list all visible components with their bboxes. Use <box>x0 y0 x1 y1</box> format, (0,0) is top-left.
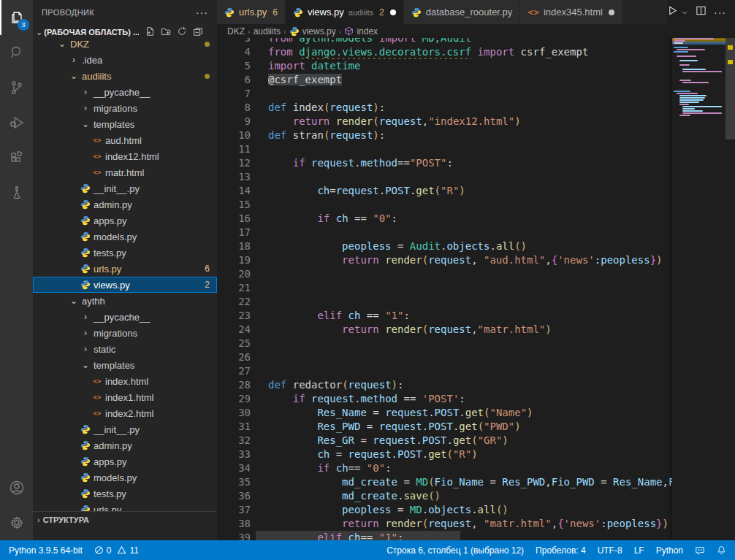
vertical-scrollbar[interactable] <box>726 24 735 540</box>
activity-testing-button[interactable] <box>0 175 33 210</box>
dirty-dot-icon[interactable] <box>390 9 396 15</box>
tree-folder-migrations[interactable]: ›migrations <box>33 100 217 116</box>
encoding-item[interactable]: UTF-8 <box>592 545 628 556</box>
code-line-22[interactable]: 22 <box>217 295 672 309</box>
collapse-all-icon[interactable] <box>193 26 203 38</box>
tab-views.py[interactable]: views.pyaudiiits2 <box>286 0 404 24</box>
feedback-item[interactable] <box>689 545 711 556</box>
run-python-file-button[interactable] <box>667 5 678 19</box>
tree-file-tests.py[interactable]: tests.py <box>33 486 217 502</box>
new-file-icon[interactable] <box>145 26 155 38</box>
code-line-25[interactable]: 25 <box>217 337 672 350</box>
refresh-icon[interactable] <box>177 26 187 38</box>
run-dropdown-icon[interactable] <box>681 6 688 19</box>
code-line-14[interactable]: 14ch=request.POST.get("R") <box>217 184 672 198</box>
new-folder-icon[interactable] <box>161 26 171 38</box>
activity-search-button[interactable] <box>0 35 33 70</box>
problems-item[interactable]: 0 11 <box>88 540 145 560</box>
more-actions-icon[interactable]: ··· <box>714 7 726 18</box>
tree-folder-.idea[interactable]: ›.idea <box>33 52 217 68</box>
tree-folder-static[interactable]: ›static <box>33 341 217 357</box>
code-line-10[interactable]: 10def stran(request): <box>217 129 672 142</box>
activity-extensions-button[interactable] <box>0 140 33 175</box>
minimap[interactable] <box>672 33 726 540</box>
tree-file-urls.py[interactable]: urls.py6 <box>33 261 217 277</box>
code-line-36[interactable]: 36md_create.save() <box>217 489 672 503</box>
code-line-27[interactable]: 27 <box>217 364 672 378</box>
code-line-37[interactable]: 37peopless = MD.objects.all() <box>217 503 672 517</box>
code-line-21[interactable]: 21 <box>217 281 672 295</box>
explorer-more-icon[interactable]: ··· <box>196 7 208 18</box>
code-line-11[interactable]: 11 <box>217 142 672 156</box>
code-line-19[interactable]: 19return render(request, "aud.html",{'ne… <box>217 253 672 267</box>
code-line-18[interactable]: 18peopless = Audit.objects.all() <box>217 239 672 253</box>
code-line-4[interactable]: 4from django.views.decorators.csrf impor… <box>217 45 672 59</box>
code-line-8[interactable]: 8def index(request): <box>217 101 672 115</box>
tree-file-models.py[interactable]: models.py <box>33 229 217 245</box>
tree-file-index.html[interactable]: <>index.html <box>33 373 217 389</box>
code-line-15[interactable]: 15 <box>217 198 672 212</box>
breadcrumb-item[interactable]: views.py <box>302 26 336 37</box>
tree-file-index12.html[interactable]: <>index12.html <box>33 148 217 164</box>
tree-folder-aythh[interactable]: ⌄aythh <box>33 293 217 309</box>
tree-file-views.py[interactable]: views.py2 <box>33 277 217 293</box>
tree-file-index1.html[interactable]: <>index1.html <box>33 389 217 405</box>
breadcrumb-item[interactable]: audiiits <box>254 26 281 37</box>
outline-section-header[interactable]: › СТРУКТУРА <box>33 511 217 527</box>
code-line-29[interactable]: 29if request.method == 'POST': <box>217 392 672 406</box>
tree-file-index2.html[interactable]: <>index2.html <box>33 405 217 421</box>
code-line-39[interactable]: 39elif ch== "1": <box>217 531 672 540</box>
tree-folder-audiiits[interactable]: ⌄audiiits <box>33 68 217 84</box>
activity-account-button[interactable] <box>0 470 33 505</box>
code-line-33[interactable]: 33ch = request.POST.get("R") <box>217 448 672 461</box>
code-line-26[interactable]: 26 <box>217 350 672 364</box>
code-line-12[interactable]: 12if request.method=="POST": <box>217 156 672 170</box>
tree-file-admin.py[interactable]: admin.py <box>33 437 217 453</box>
code-line-3[interactable]: 3from aythh.models import MD,Audit <box>217 38 672 45</box>
code-line-7[interactable]: 7 <box>217 87 672 101</box>
code-line-34[interactable]: 34if ch== "0": <box>217 461 672 475</box>
code-editor[interactable]: 3from aythh.models import MD,Audit4from … <box>217 38 735 540</box>
tab-index345.html[interactable]: <>index345.html <box>520 0 622 24</box>
tree-file-aud.html[interactable]: <>aud.html <box>33 132 217 148</box>
tree-file-__init__.py[interactable]: __init__.py <box>33 421 217 437</box>
tree-file-matr.html[interactable]: <>matr.html <box>33 164 217 180</box>
tree-file-apps.py[interactable]: apps.py <box>33 212 217 229</box>
breadcrumb-item[interactable]: index <box>357 26 378 37</box>
tree-file-admin.py[interactable]: admin.py <box>33 196 217 212</box>
code-line-35[interactable]: 35md_create = MD(Fio_Name = Res_PWD,Fio_… <box>217 475 672 489</box>
code-line-13[interactable]: 13 <box>217 170 672 184</box>
activity-explorer-button[interactable]: 3 <box>0 0 33 35</box>
tree-file-models.py[interactable]: models.py <box>33 469 217 486</box>
breadcrumb[interactable]: DKZ›audiiits›views.py›index <box>217 24 735 38</box>
code-line-32[interactable]: 32Res_GR = request.POST.get("GR") <box>217 434 672 448</box>
dirty-dot-icon[interactable] <box>609 9 614 15</box>
python-interpreter-item[interactable]: Python 3.9.5 64-bit <box>3 540 88 560</box>
language-mode-item[interactable]: Python <box>650 545 689 556</box>
tree-folder-templates[interactable]: ⌄templates <box>33 116 217 132</box>
indentation-item[interactable]: Пробелов: 4 <box>530 545 592 556</box>
code-line-16[interactable]: 16if ch == "0": <box>217 212 672 226</box>
activity-source-control-button[interactable] <box>0 70 33 105</box>
split-editor-button[interactable] <box>696 5 707 19</box>
tree-file-tests.py[interactable]: tests.py <box>33 245 217 261</box>
tree-file-apps.py[interactable]: apps.py <box>33 453 217 469</box>
tab-database_roouter.py[interactable]: database_roouter.py <box>404 0 521 24</box>
tab-urls.py[interactable]: urls.py6 <box>217 0 286 24</box>
breadcrumb-item[interactable]: DKZ <box>227 26 245 37</box>
code-line-28[interactable]: 28def redactor(request): <box>217 378 672 392</box>
code-line-9[interactable]: 9return render(request,"index12.html") <box>217 115 672 129</box>
activity-run-debug-button[interactable] <box>0 105 33 140</box>
tree-folder-__pycache__[interactable]: ›__pycache__ <box>33 309 217 325</box>
code-line-30[interactable]: 30Res_Name = request.POST.get("Name") <box>217 406 672 420</box>
tree-folder-__pycache__[interactable]: ›__pycache__ <box>33 84 217 100</box>
tree-folder-DKZ[interactable]: ⌄DKZ <box>33 40 217 52</box>
code-line-31[interactable]: 31Res_PWD = request.POST.get("PWD") <box>217 420 672 434</box>
code-line-5[interactable]: 5import datetime <box>217 59 672 73</box>
activity-settings-button[interactable] <box>0 505 33 540</box>
workspace-section-header[interactable]: ⌄ (РАБОЧАЯ ОБЛАСТЬ) ... <box>33 24 217 40</box>
code-line-6[interactable]: 6@csrf_exempt <box>217 73 672 87</box>
code-line-24[interactable]: 24return render(request,"matr.html") <box>217 323 672 337</box>
tree-folder-templates[interactable]: ⌄templates <box>33 357 217 373</box>
code-line-17[interactable]: 17 <box>217 226 672 239</box>
